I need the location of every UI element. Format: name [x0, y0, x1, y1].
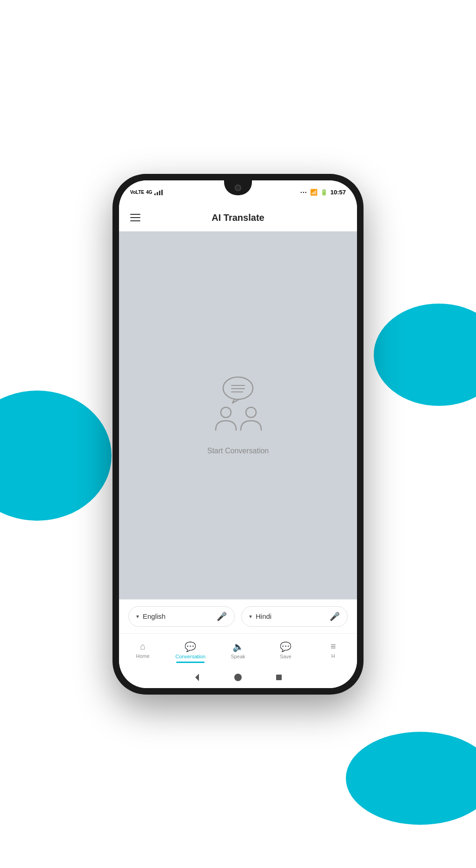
save-icon: 💬: [280, 641, 291, 652]
phone-screen: VoLTE 4G ··· 📶 🔋 10:57: [119, 180, 357, 688]
nav-label-h: H: [331, 653, 335, 659]
speak-icon: 🔈: [232, 641, 244, 652]
swoosh-decoration-bottom: [346, 732, 476, 825]
mic-icon-right[interactable]: 🎤: [330, 611, 340, 622]
time-display: 10:57: [331, 189, 346, 196]
conversation-nav-icon: 💬: [185, 641, 196, 652]
svg-marker-6: [195, 674, 199, 681]
conversation-icon: [205, 375, 271, 436]
camera: [235, 185, 241, 191]
language-selector-left[interactable]: ▾ English 🎤: [128, 606, 235, 627]
recents-button[interactable]: [272, 671, 285, 684]
lang-right-content: ▾ Hindi: [249, 612, 271, 620]
home-button[interactable]: [231, 671, 245, 684]
language-selector-right[interactable]: ▾ Hindi 🎤: [241, 606, 348, 627]
hamburger-menu[interactable]: [128, 212, 142, 223]
svg-point-4: [221, 407, 231, 417]
nav-item-conversation[interactable]: 💬 Conversation: [166, 637, 214, 663]
system-nav: [119, 667, 357, 688]
signal-bars: [154, 190, 163, 195]
signal-4g: 4G: [146, 190, 152, 195]
svg-rect-8: [276, 675, 282, 680]
nav-label-speak: Speak: [231, 654, 245, 659]
recents-icon: [274, 673, 284, 682]
nav-label-save: Save: [280, 654, 291, 659]
start-conversation-text: Start Conversation: [207, 447, 269, 455]
status-right: ··· 📶 🔋 10:57: [300, 189, 346, 196]
swoosh-decoration-left: [0, 391, 112, 521]
dots-indicator: ···: [300, 189, 307, 196]
notch: [224, 180, 252, 195]
conversation-icon-wrapper: [205, 375, 271, 436]
battery-icon: 🔋: [320, 189, 328, 196]
bottom-nav: ⌂ Home 💬 Conversation 🔈 Speak 💬 Save ≡ H: [119, 633, 357, 667]
conversation-placeholder: Start Conversation: [205, 375, 271, 455]
nav-label-conversation: Conversation: [175, 654, 205, 659]
status-bar: VoLTE 4G ··· 📶 🔋 10:57: [119, 180, 357, 205]
svg-point-5: [246, 407, 256, 417]
hamburger-line-1: [130, 214, 140, 215]
hamburger-line-2: [130, 217, 140, 218]
main-content: Start Conversation: [119, 232, 357, 599]
home-icon: ⌂: [140, 641, 145, 652]
app-title: AI Translate: [142, 212, 334, 223]
chevron-down-icon-left: ▾: [136, 613, 139, 620]
language-bar: ▾ English 🎤 ▾ Hindi 🎤: [119, 599, 357, 633]
nav-item-home[interactable]: ⌂ Home: [119, 637, 166, 663]
chevron-down-icon-right: ▾: [249, 613, 252, 620]
svg-point-7: [234, 674, 242, 681]
network-indicator: VoLTE: [130, 190, 144, 195]
language-name-left: English: [143, 612, 165, 620]
mic-icon-left[interactable]: 🎤: [217, 611, 227, 622]
status-left: VoLTE 4G: [130, 190, 163, 195]
h-icon: ≡: [331, 641, 336, 652]
nav-item-speak[interactable]: 🔈 Speak: [214, 637, 262, 663]
nav-item-save[interactable]: 💬 Save: [262, 637, 309, 663]
lang-left-content: ▾ English: [136, 612, 165, 620]
swoosh-decoration-right: [374, 304, 476, 406]
back-button[interactable]: [191, 671, 204, 684]
phone-frame: VoLTE 4G ··· 📶 🔋 10:57: [112, 174, 364, 695]
app-bar: AI Translate: [119, 205, 357, 232]
nav-label-home: Home: [136, 653, 150, 659]
nav-item-h[interactable]: ≡ H: [310, 637, 357, 663]
language-name-right: Hindi: [256, 612, 271, 620]
wifi-icon: 📶: [310, 189, 317, 196]
back-icon: [192, 673, 202, 682]
home-circle-icon: [233, 673, 243, 682]
hamburger-line-3: [130, 220, 140, 221]
